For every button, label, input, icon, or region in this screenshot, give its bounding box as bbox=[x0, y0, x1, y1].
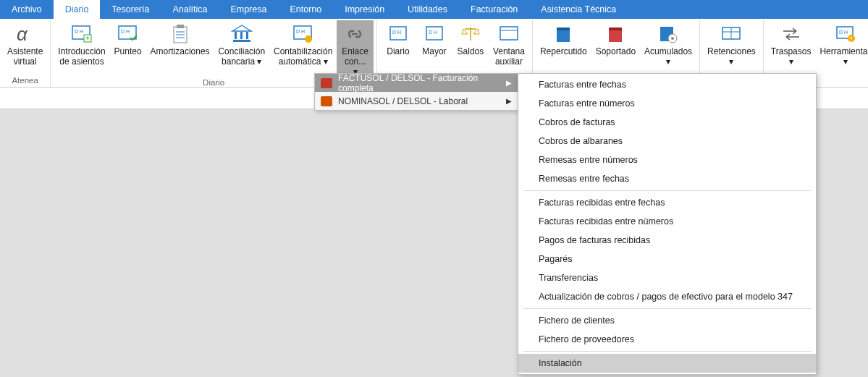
retenciones-button[interactable]: Retenciones ▾ bbox=[703, 20, 760, 67]
menu-tesoreria[interactable]: Tesorería bbox=[100, 0, 161, 19]
chevron-right-icon: ▶ bbox=[506, 97, 512, 105]
menu-asistencia[interactable]: Asistencia Técnica bbox=[529, 0, 628, 19]
button-label: Herramientas ▾ bbox=[819, 47, 868, 67]
menu-item[interactable]: Remesas entre números bbox=[518, 151, 816, 169]
asistente-virtual-button[interactable]: α Asistente virtual bbox=[3, 20, 47, 67]
button-label: Amortizaciones bbox=[151, 47, 210, 57]
contabilizacion-automatica-button[interactable]: D H Contabilización automática ▾ bbox=[269, 20, 337, 67]
svg-point-34 bbox=[671, 37, 674, 40]
menu-separator bbox=[523, 190, 812, 191]
ledger-q-icon: D H? bbox=[834, 22, 857, 46]
ledger-check-icon: D H bbox=[117, 22, 140, 46]
menu-diario[interactable]: Diario bbox=[54, 0, 101, 19]
alpha-icon: α bbox=[14, 22, 37, 46]
introduccion-asientos-button[interactable]: D H+ Introducción de asientos bbox=[54, 20, 109, 67]
chevron-right-icon: ▶ bbox=[506, 79, 512, 87]
svg-rect-14 bbox=[240, 32, 243, 39]
menu-analitica[interactable]: Analítica bbox=[161, 0, 219, 19]
button-label: Diario bbox=[387, 47, 409, 57]
svg-text:D H: D H bbox=[75, 29, 83, 34]
window-icon bbox=[497, 22, 521, 46]
submenu-item-nominasol[interactable]: NOMINASOL / DELSOL - Laboral ▶ bbox=[315, 92, 518, 110]
svg-text:D H: D H bbox=[392, 30, 401, 35]
ledger-icon: D H bbox=[387, 22, 410, 46]
ventana-auxiliar-button[interactable]: Ventana auxiliar bbox=[489, 20, 529, 67]
nominasol-icon bbox=[321, 96, 332, 106]
menu-item[interactable]: Remesas entre fechas bbox=[518, 169, 816, 188]
menu-item[interactable]: Actualización de cobros / pagos de efect… bbox=[518, 287, 816, 306]
ledger-icon: D H bbox=[423, 22, 446, 46]
button-label: Contabilización automática ▾ bbox=[274, 47, 332, 67]
book-gear-icon bbox=[657, 22, 680, 46]
submenu-item-label: FACTUSOL / DELSOL - Facturación completa bbox=[338, 73, 506, 93]
button-label: Retenciones ▾ bbox=[707, 47, 756, 67]
enlace-con-submenu: FACTUSOL / DELSOL - Facturación completa… bbox=[314, 73, 518, 111]
button-label: Introducción de asientos bbox=[58, 47, 105, 67]
diario-button[interactable]: D H Diario bbox=[380, 20, 416, 57]
svg-text:D H: D H bbox=[296, 29, 305, 34]
menu-item[interactable]: Facturas entre fechas bbox=[518, 75, 816, 94]
menu-empresa[interactable]: Empresa bbox=[219, 0, 278, 19]
menu-item[interactable]: Transferencias bbox=[518, 268, 816, 287]
book-red-icon bbox=[604, 22, 627, 46]
button-label: Mayor bbox=[422, 47, 446, 57]
clipboard-icon bbox=[169, 22, 192, 46]
menu-utilidades[interactable]: Utilidades bbox=[396, 0, 459, 19]
svg-rect-15 bbox=[246, 32, 248, 39]
button-label: Repercutido bbox=[540, 47, 587, 57]
submenu-item-factusol[interactable]: FACTUSOL / DELSOL - Facturación completa… bbox=[315, 74, 518, 92]
menu-item[interactable]: Instalación bbox=[518, 354, 816, 373]
button-label: Acumulados ▾ bbox=[644, 47, 692, 67]
svg-marker-12 bbox=[232, 25, 251, 31]
submenu-item-label: NOMINASOL / DELSOL - Laboral bbox=[338, 96, 506, 106]
menu-item[interactable]: Facturas entre números bbox=[518, 94, 816, 113]
menu-item[interactable]: Cobros de albaranes bbox=[518, 132, 816, 151]
menu-item[interactable]: Facturas recibidas entre números bbox=[518, 212, 816, 231]
button-label: Asistente virtual bbox=[7, 47, 43, 67]
menu-item[interactable]: Facturas recibidas entre fechas bbox=[518, 193, 816, 212]
group-label: Atenea bbox=[3, 75, 47, 87]
button-label: Conciliación bancaria ▾ bbox=[218, 47, 265, 67]
svg-text:D H: D H bbox=[839, 30, 848, 35]
menu-item[interactable]: Cobros de facturas bbox=[518, 113, 816, 132]
svg-text:+: + bbox=[85, 34, 90, 42]
menu-entorno[interactable]: Entorno bbox=[278, 0, 333, 19]
svg-text:D H: D H bbox=[121, 29, 130, 34]
balance-icon bbox=[459, 22, 482, 46]
svg-text:?: ? bbox=[849, 35, 853, 42]
punteo-button[interactable]: D H Punteo bbox=[110, 20, 146, 57]
svg-point-19 bbox=[305, 35, 312, 43]
book-blue-icon bbox=[552, 22, 575, 46]
mayor-button[interactable]: D H Mayor bbox=[416, 20, 452, 57]
acumulados-button[interactable]: Acumulados ▾ bbox=[640, 20, 696, 67]
menu-impresion[interactable]: Impresión bbox=[333, 0, 396, 19]
svg-rect-26 bbox=[500, 27, 518, 40]
button-label: Saldos bbox=[458, 47, 484, 57]
menu-separator bbox=[523, 308, 812, 309]
svg-rect-16 bbox=[233, 40, 250, 42]
menu-item[interactable]: Pagarés bbox=[518, 250, 816, 268]
button-label: Ventana auxiliar bbox=[493, 47, 525, 67]
svg-text:α: α bbox=[17, 23, 28, 45]
menu-facturacion[interactable]: Facturación bbox=[459, 0, 529, 19]
repercutido-button[interactable]: Repercutido bbox=[536, 20, 591, 57]
arrows-icon bbox=[780, 22, 803, 46]
conciliacion-bancaria-button[interactable]: Conciliación bancaria ▾ bbox=[214, 20, 269, 67]
traspasos-button[interactable]: Traspasos ▾ bbox=[767, 20, 816, 67]
bank-icon bbox=[230, 22, 253, 46]
menubar: Archivo Diario Tesorería Analítica Empre… bbox=[0, 0, 868, 19]
enlace-con-button[interactable]: Enlace con... ▾ bbox=[337, 20, 374, 77]
herramientas-button[interactable]: D H? Herramientas ▾ bbox=[815, 20, 868, 67]
factusol-icon bbox=[321, 78, 332, 88]
svg-rect-31 bbox=[609, 27, 622, 30]
soportado-button[interactable]: Soportado bbox=[591, 20, 640, 57]
saldos-button[interactable]: Saldos bbox=[452, 20, 489, 57]
menu-item[interactable]: Fichero de proveedores bbox=[518, 330, 816, 349]
menu-archivo[interactable]: Archivo bbox=[0, 0, 54, 19]
svg-text:D H: D H bbox=[429, 30, 437, 35]
menu-item[interactable]: Fichero de clientes bbox=[518, 311, 816, 330]
menu-item[interactable]: Pagos de facturas recibidas bbox=[518, 231, 816, 250]
amortizaciones-button[interactable]: Amortizaciones bbox=[146, 20, 214, 57]
svg-rect-8 bbox=[177, 25, 184, 28]
table-icon bbox=[720, 22, 743, 46]
